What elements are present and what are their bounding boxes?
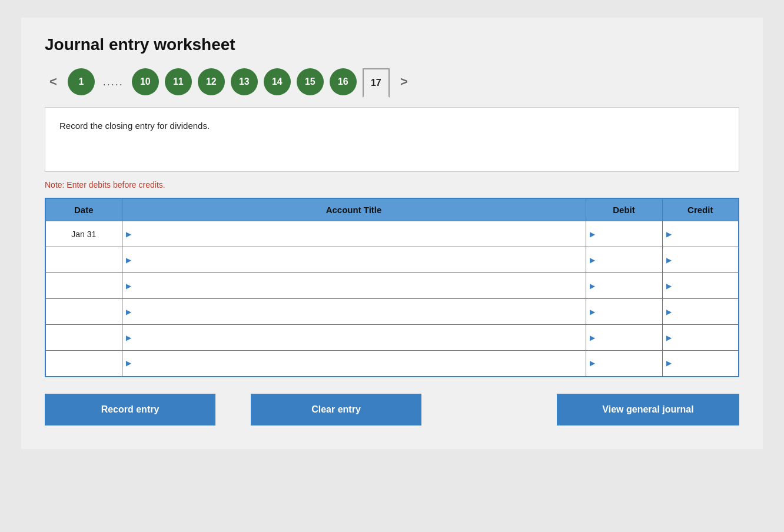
credit-cell-2[interactable]: ▶ <box>662 273 739 299</box>
clear-entry-button[interactable]: Clear entry <box>251 394 421 425</box>
debit-input-1[interactable] <box>596 247 659 272</box>
cell-arrow-icon: ▶ <box>126 230 131 238</box>
account-cell-1[interactable]: ▶ <box>122 247 586 273</box>
credit-input-5[interactable] <box>673 351 735 376</box>
date-cell-1 <box>45 247 122 273</box>
cell-arrow-icon: ▶ <box>666 308 672 316</box>
account-cell-0[interactable]: ▶ <box>122 221 586 247</box>
account-cell-3[interactable]: ▶ <box>122 299 586 325</box>
nav-step-14[interactable]: 14 <box>264 68 291 95</box>
credit-input-1[interactable] <box>673 247 735 272</box>
account-input-5[interactable] <box>132 351 582 376</box>
navigation-row: < 1 ..... 10 11 12 13 14 15 16 17 > <box>45 67 739 97</box>
cell-arrow-icon: ▶ <box>590 282 595 290</box>
cell-arrow-icon: ▶ <box>590 359 595 367</box>
button-row: Record entry Clear entry View general jo… <box>45 394 739 425</box>
table-row: ▶▶▶ <box>45 273 739 299</box>
instruction-text: Record the closing entry for dividends. <box>59 121 210 131</box>
cell-arrow-icon: ▶ <box>590 230 595 238</box>
cell-arrow-icon: ▶ <box>126 308 131 316</box>
nav-step-1[interactable]: 1 <box>68 68 95 95</box>
nav-step-16[interactable]: 16 <box>330 68 357 95</box>
debit-input-3[interactable] <box>596 299 659 324</box>
cell-arrow-icon: ▶ <box>590 334 595 342</box>
account-input-3[interactable] <box>132 299 582 324</box>
instruction-box: Record the closing entry for dividends. <box>45 107 739 172</box>
cell-arrow-icon: ▶ <box>126 256 131 264</box>
nav-step-11[interactable]: 11 <box>165 68 192 95</box>
col-header-debit: Debit <box>586 198 662 221</box>
credit-cell-1[interactable]: ▶ <box>662 247 739 273</box>
account-cell-4[interactable]: ▶ <box>122 325 586 351</box>
debit-input-5[interactable] <box>596 351 659 376</box>
debit-cell-1[interactable]: ▶ <box>586 247 662 273</box>
col-header-account: Account Title <box>122 198 586 221</box>
account-input-1[interactable] <box>132 247 582 272</box>
debit-input-2[interactable] <box>596 273 659 298</box>
nav-step-current: 17 <box>363 68 390 98</box>
page-title: Journal entry worksheet <box>45 35 739 54</box>
view-general-journal-button[interactable]: View general journal <box>557 394 739 425</box>
credit-cell-5[interactable]: ▶ <box>662 351 739 377</box>
date-cell-2 <box>45 273 122 299</box>
table-row: ▶▶▶ <box>45 325 739 351</box>
credit-cell-3[interactable]: ▶ <box>662 299 739 325</box>
nav-step-13[interactable]: 13 <box>231 68 258 95</box>
debit-cell-2[interactable]: ▶ <box>586 273 662 299</box>
journal-table: Date Account Title Debit Credit Jan 31▶▶… <box>45 198 739 377</box>
col-header-credit: Credit <box>662 198 739 221</box>
credit-cell-0[interactable]: ▶ <box>662 221 739 247</box>
note-text: Note: Enter debits before credits. <box>45 180 739 189</box>
cell-arrow-icon: ▶ <box>126 359 131 367</box>
table-row: ▶▶▶ <box>45 247 739 273</box>
main-container: Journal entry worksheet < 1 ..... 10 11 … <box>21 18 763 449</box>
table-row: Jan 31▶▶▶ <box>45 221 739 247</box>
nav-step-12[interactable]: 12 <box>198 68 225 95</box>
nav-step-15[interactable]: 15 <box>297 68 324 95</box>
debit-cell-3[interactable]: ▶ <box>586 299 662 325</box>
cell-arrow-icon: ▶ <box>666 334 672 342</box>
col-header-date: Date <box>45 198 122 221</box>
cell-arrow-icon: ▶ <box>666 230 672 238</box>
credit-input-3[interactable] <box>673 299 735 324</box>
credit-cell-4[interactable]: ▶ <box>662 325 739 351</box>
date-cell-3 <box>45 299 122 325</box>
date-cell-4 <box>45 325 122 351</box>
nav-step-10[interactable]: 10 <box>132 68 159 95</box>
account-input-4[interactable] <box>132 325 582 350</box>
cell-arrow-icon: ▶ <box>126 282 131 290</box>
credit-input-0[interactable] <box>673 221 735 247</box>
account-input-0[interactable] <box>132 221 582 247</box>
credit-input-4[interactable] <box>673 325 735 350</box>
prev-arrow[interactable]: < <box>45 72 62 92</box>
account-cell-5[interactable]: ▶ <box>122 351 586 377</box>
debit-input-0[interactable] <box>596 221 659 247</box>
debit-cell-5[interactable]: ▶ <box>586 351 662 377</box>
debit-cell-0[interactable]: ▶ <box>586 221 662 247</box>
cell-arrow-icon: ▶ <box>666 282 672 290</box>
account-cell-2[interactable]: ▶ <box>122 273 586 299</box>
cell-arrow-icon: ▶ <box>666 256 672 264</box>
cell-arrow-icon: ▶ <box>666 359 672 367</box>
table-row: ▶▶▶ <box>45 299 739 325</box>
cell-arrow-icon: ▶ <box>590 256 595 264</box>
credit-input-2[interactable] <box>673 273 735 298</box>
record-entry-button[interactable]: Record entry <box>45 394 215 425</box>
next-arrow[interactable]: > <box>396 72 413 92</box>
date-cell-5 <box>45 351 122 377</box>
cell-arrow-icon: ▶ <box>126 334 131 342</box>
table-row: ▶▶▶ <box>45 351 739 377</box>
debit-input-4[interactable] <box>596 325 659 350</box>
account-input-2[interactable] <box>132 273 582 298</box>
cell-arrow-icon: ▶ <box>590 308 595 316</box>
debit-cell-4[interactable]: ▶ <box>586 325 662 351</box>
nav-dots: ..... <box>103 76 124 88</box>
date-cell-0: Jan 31 <box>45 221 122 247</box>
